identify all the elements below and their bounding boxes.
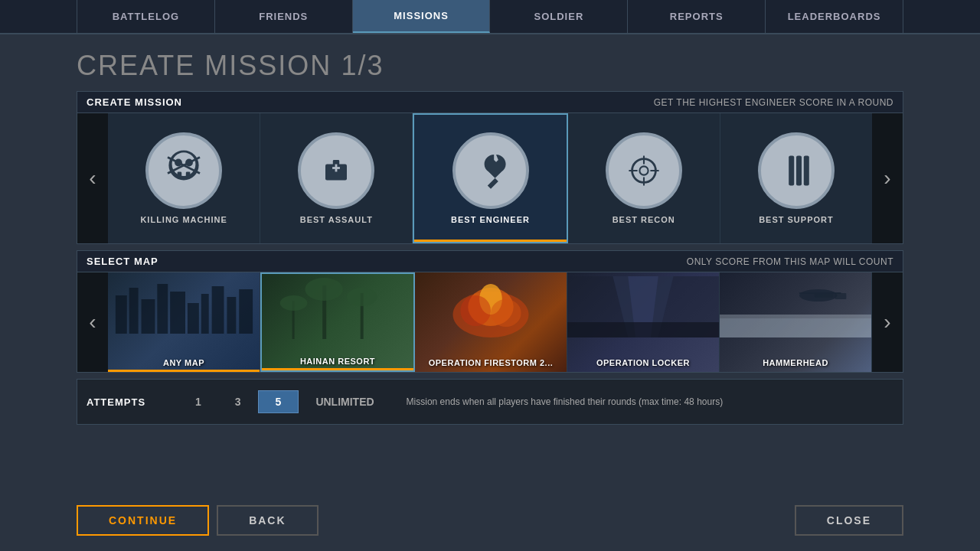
map-items: ANY MAP bbox=[108, 272, 872, 372]
best-assault-icon bbox=[298, 132, 374, 209]
svg-rect-51 bbox=[835, 293, 846, 299]
tab-reports[interactable]: REPORTS bbox=[628, 0, 766, 33]
svg-point-40 bbox=[460, 295, 491, 326]
map-any-underline bbox=[108, 370, 260, 372]
mission-items: KILLING MACHINE BEST ASSAULT bbox=[108, 113, 872, 243]
mission-best-recon[interactable]: BEST RECON bbox=[568, 113, 720, 243]
attempt-5[interactable]: 5 bbox=[258, 390, 299, 413]
map-next-arrow[interactable]: › bbox=[872, 272, 903, 372]
svg-point-13 bbox=[639, 166, 648, 174]
svg-rect-26 bbox=[188, 303, 199, 334]
svg-rect-29 bbox=[227, 297, 236, 334]
svg-rect-24 bbox=[157, 284, 168, 334]
svg-rect-19 bbox=[796, 155, 802, 185]
page-title: CREATE MISSION 1/3 bbox=[77, 50, 903, 82]
close-button[interactable]: CLOSE bbox=[795, 505, 903, 536]
bottom-bar: CONTINUE BACK CLOSE bbox=[77, 505, 903, 536]
svg-rect-18 bbox=[789, 155, 794, 185]
mission-next-arrow[interactable]: › bbox=[872, 113, 903, 243]
killing-machine-label: KILLING MACHINE bbox=[140, 215, 227, 224]
svg-rect-4 bbox=[178, 171, 182, 178]
select-map-panel: SELECT MAP ONLY SCORE FROM THIS MAP WILL… bbox=[77, 250, 903, 373]
map-any-label: ANY MAP bbox=[163, 358, 204, 367]
skull-icon bbox=[157, 144, 211, 197]
tab-friends[interactable]: FRIENDS bbox=[215, 0, 353, 33]
svg-rect-25 bbox=[170, 292, 185, 334]
attempts-panel: ATTEMPTS 1 3 5 UNLIMITED Mission ends wh… bbox=[77, 379, 903, 425]
mission-best-assault[interactable]: BEST ASSAULT bbox=[260, 113, 413, 243]
attempt-3[interactable]: 3 bbox=[218, 391, 258, 412]
map-firestorm-label: OPERATION FIRESTORM 2... bbox=[429, 358, 554, 367]
create-mission-label: CREATE MISSION bbox=[87, 96, 182, 108]
create-mission-header: CREATE MISSION GET THE HIGHEST ENGINEER … bbox=[77, 92, 903, 113]
svg-point-36 bbox=[280, 295, 308, 311]
best-recon-label: BEST RECON bbox=[612, 215, 675, 224]
map-hainan-bg: HAINAN RESORT bbox=[262, 274, 413, 370]
create-mission-hint: GET THE HIGHEST ENGINEER SCORE IN A ROUN… bbox=[654, 97, 893, 108]
wrench-icon bbox=[464, 144, 518, 197]
best-support-icon bbox=[758, 132, 835, 209]
svg-rect-11 bbox=[335, 165, 338, 172]
select-map-label: SELECT MAP bbox=[87, 256, 158, 267]
ammo-icon bbox=[769, 144, 823, 197]
map-hainan-label: HAINAN RESORT bbox=[300, 357, 375, 366]
svg-rect-27 bbox=[201, 294, 209, 334]
crosshair-icon bbox=[617, 144, 671, 197]
best-assault-label: BEST ASSAULT bbox=[300, 215, 373, 224]
svg-rect-21 bbox=[116, 295, 127, 334]
svg-rect-28 bbox=[212, 286, 224, 334]
map-firestorm[interactable]: OPERATION FIRESTORM 2... bbox=[415, 272, 567, 372]
tab-leaderboards[interactable]: LEADERBOARDS bbox=[766, 0, 903, 33]
back-button[interactable]: BACK bbox=[217, 505, 318, 536]
create-mission-panel: CREATE MISSION GET THE HIGHEST ENGINEER … bbox=[77, 91, 903, 244]
svg-rect-20 bbox=[804, 155, 809, 185]
tab-soldier[interactable]: SOLDIER bbox=[490, 0, 628, 33]
map-firestorm-bg: OPERATION FIRESTORM 2... bbox=[415, 272, 567, 372]
map-hammerhead[interactable]: HAMMERHEAD bbox=[720, 272, 872, 372]
svg-rect-5 bbox=[186, 171, 191, 178]
locker-corridor bbox=[567, 276, 719, 337]
nav-tabs: BATTLELOG FRIENDS MISSIONS SOLDIER REPOR… bbox=[0, 0, 980, 34]
best-engineer-label: BEST ENGINEER bbox=[451, 215, 530, 224]
mission-best-engineer[interactable]: BEST ENGINEER bbox=[413, 113, 567, 243]
city-silhouette bbox=[108, 280, 260, 334]
svg-rect-30 bbox=[239, 289, 253, 334]
map-hammerhead-label: HAMMERHEAD bbox=[763, 358, 828, 367]
medkit-icon bbox=[309, 144, 363, 197]
map-locker[interactable]: OPERATION LOCKER bbox=[567, 272, 720, 372]
continue-button[interactable]: CONTINUE bbox=[77, 505, 209, 536]
mission-best-support[interactable]: BEST SUPPORT bbox=[720, 113, 872, 243]
hammerhead-scene bbox=[720, 276, 871, 337]
best-engineer-active-bar bbox=[414, 240, 566, 242]
main-content: CREATE MISSION 1/3 CREATE MISSION GET TH… bbox=[0, 34, 980, 440]
tab-battlelog[interactable]: BATTLELOG bbox=[77, 0, 215, 33]
attempt-options: 1 3 5 UNLIMITED bbox=[178, 390, 391, 413]
attempt-unlimited[interactable]: UNLIMITED bbox=[299, 391, 390, 412]
killing-machine-icon bbox=[145, 132, 222, 209]
bottom-left-buttons: CONTINUE BACK bbox=[77, 505, 318, 536]
page-step: 1/3 bbox=[341, 50, 384, 81]
best-recon-icon bbox=[606, 132, 682, 209]
attempts-hint: Mission ends when all players have finis… bbox=[407, 396, 724, 407]
attempt-1[interactable]: 1 bbox=[178, 391, 218, 412]
tab-missions[interactable]: MISSIONS bbox=[353, 0, 491, 33]
mission-prev-arrow[interactable]: ‹ bbox=[77, 113, 108, 243]
select-map-header: SELECT MAP ONLY SCORE FROM THIS MAP WILL… bbox=[77, 251, 903, 272]
map-hainan[interactable]: HAINAN RESORT bbox=[260, 272, 415, 372]
map-locker-label: OPERATION LOCKER bbox=[596, 358, 690, 367]
svg-point-32 bbox=[305, 278, 343, 301]
hainan-trees bbox=[262, 278, 413, 339]
mission-carousel: ‹ bbox=[77, 113, 903, 243]
map-prev-arrow[interactable]: ‹ bbox=[77, 272, 108, 372]
map-any[interactable]: ANY MAP bbox=[108, 272, 260, 372]
map-locker-bg: OPERATION LOCKER bbox=[567, 272, 719, 372]
map-carousel: ‹ bbox=[77, 272, 903, 372]
map-hainan-underline bbox=[262, 368, 413, 370]
best-support-label: BEST SUPPORT bbox=[759, 215, 834, 224]
best-engineer-icon bbox=[452, 132, 529, 209]
mission-killing-machine[interactable]: KILLING MACHINE bbox=[108, 113, 260, 243]
svg-point-34 bbox=[347, 288, 377, 306]
firestorm-fx bbox=[415, 276, 567, 337]
map-hammerhead-bg: HAMMERHEAD bbox=[720, 272, 871, 372]
svg-rect-22 bbox=[129, 288, 139, 334]
